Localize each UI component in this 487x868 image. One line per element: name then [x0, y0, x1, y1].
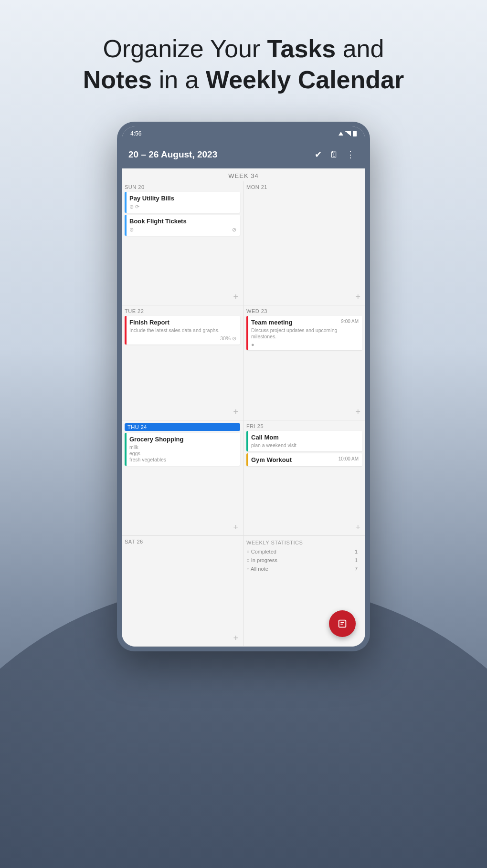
wifi-icon [339, 132, 343, 136]
add-task-button[interactable]: + [125, 406, 240, 418]
day-cell[interactable]: SUN 20Pay Utility Bills⊘ ⟳Book Flight Ti… [122, 181, 244, 305]
task-desc: Include the latest sales data and graphs… [129, 327, 236, 334]
day-cell[interactable]: WED 239:00 AMTeam meetingDiscuss project… [244, 305, 365, 420]
task-title: Book Flight Tickets [129, 218, 236, 225]
task-desc: milkeggsfresh vegetables [129, 444, 236, 463]
stats-row: ○ All note7 [246, 565, 362, 574]
stats-row: ○ Completed1 [246, 548, 362, 556]
check-circle-icon[interactable]: ✔ [310, 149, 326, 160]
day-cell[interactable]: MON 21+ [244, 181, 365, 305]
calendar-icon[interactable]: 🗓 [326, 150, 342, 160]
task-time: 10:00 AM [339, 456, 359, 461]
day-header: THU 24 [125, 423, 240, 431]
day-header: WED 23 [246, 308, 362, 314]
add-task-button[interactable]: + [246, 522, 362, 533]
add-task-button[interactable]: + [125, 522, 240, 533]
day-header: SUN 20 [125, 184, 240, 190]
task-title: Pay Utility Bills [129, 195, 236, 202]
task-title: Finish Report [129, 319, 236, 326]
day-cell[interactable]: TUE 22Finish ReportInclude the latest sa… [122, 305, 244, 420]
task-meta-left: ⊘ [129, 227, 134, 233]
add-task-button[interactable]: + [125, 291, 240, 303]
stats-header: WEEKLY STATISTICS [246, 539, 362, 547]
status-time: 4:56 [130, 130, 141, 137]
app-bar: 20 – 26 August, 2023 ✔ 🗓 ⋮ [122, 141, 365, 168]
week-label: WEEK 34 [122, 168, 365, 181]
stats-row: ○ In progress1 [246, 556, 362, 565]
task-desc: plan a weekend visit [251, 442, 359, 449]
more-icon[interactable]: ⋮ [342, 149, 359, 160]
task-card[interactable]: 10:00 AMGym Workout [246, 453, 362, 466]
task-card[interactable]: Pay Utility Bills⊘ ⟳ [125, 192, 240, 213]
promo-headline: Organize Your Tasks and Notes in a Weekl… [0, 0, 487, 95]
day-cell[interactable]: SAT 26+ [122, 536, 244, 647]
task-desc: Discuss project updates and upcoming mil… [251, 327, 359, 340]
task-meta-right: 30% ⊘ [220, 335, 236, 342]
task-card[interactable]: Grocery Shoppingmilkeggsfresh vegetables [125, 433, 240, 466]
task-card[interactable]: Book Flight Tickets⊘⊘ [125, 215, 240, 236]
task-card[interactable]: Finish ReportInclude the latest sales da… [125, 316, 240, 345]
task-meta-right: ⊘ [232, 227, 236, 233]
day-header: SAT 26 [125, 539, 240, 544]
phone-frame: 4:56 20 – 26 August, 2023 ✔ 🗓 ⋮ WEEK 34 … [117, 122, 370, 651]
day-cell[interactable]: THU 24Grocery Shoppingmilkeggsfresh vege… [122, 420, 244, 536]
add-task-button[interactable]: + [246, 291, 362, 303]
date-range-title[interactable]: 20 – 26 August, 2023 [128, 149, 310, 160]
task-time: 9:00 AM [341, 319, 359, 324]
add-task-button[interactable]: + [125, 632, 240, 644]
day-header: FRI 25 [246, 423, 362, 429]
battery-icon [353, 131, 357, 136]
fab-add-button[interactable] [329, 610, 356, 637]
task-card[interactable]: Call Momplan a weekend visit [246, 431, 362, 451]
add-task-button[interactable]: + [246, 406, 362, 418]
task-meta-left: ⊘ ⟳ [129, 204, 139, 210]
day-header: MON 21 [246, 184, 362, 190]
task-title: Call Mom [251, 434, 359, 441]
status-bar: 4:56 [122, 126, 365, 141]
signal-icon [345, 131, 351, 136]
task-meta-left: ● [251, 342, 254, 347]
task-title: Grocery Shopping [129, 436, 236, 443]
day-header: TUE 22 [125, 308, 240, 314]
day-cell[interactable]: FRI 25Call Momplan a weekend visit10:00 … [244, 420, 365, 536]
task-card[interactable]: 9:00 AMTeam meetingDiscuss project updat… [246, 316, 362, 350]
note-add-icon [337, 618, 348, 629]
